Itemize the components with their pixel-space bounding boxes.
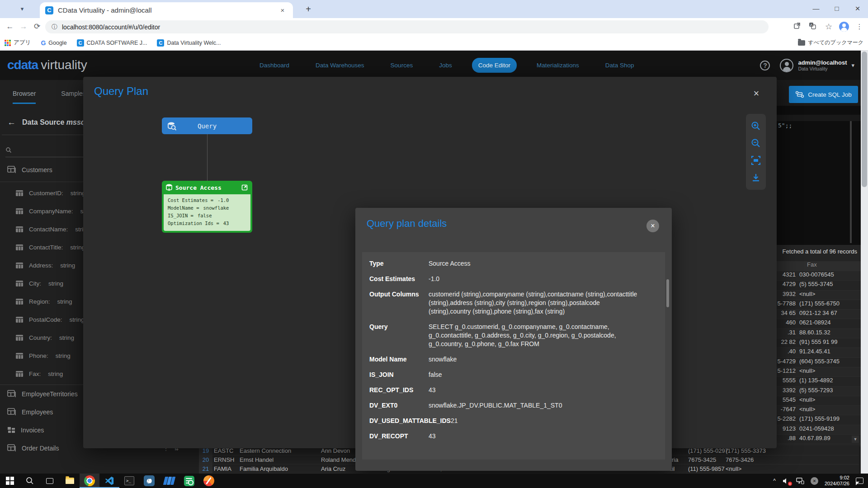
external-link-icon[interactable] [241,184,248,191]
notification-center-icon[interactable] [856,478,863,484]
editor-scrollbar[interactable] [850,121,852,243]
address-bar[interactable]: ⓘ localhost:8080/account/#/u/0/editor [45,20,769,33]
column-grid-icon [15,208,24,215]
help-icon[interactable]: ? [760,61,770,70]
tray-status-icon[interactable]: × [811,477,818,485]
bookmark-apps[interactable]: アプリ [5,39,31,47]
source-access-node-label: Source Access [175,184,222,191]
user-menu[interactable]: admin@localhost Data Virtuality ▾ [780,59,854,72]
orange-app-button[interactable] [199,474,219,488]
new-tab-button[interactable]: + [302,4,315,15]
file-explorer-icon [66,478,74,484]
site-info-icon[interactable]: ⓘ [52,23,57,31]
download-icon[interactable] [751,173,761,183]
all-bookmarks-button[interactable]: すべてのブックマーク [798,39,863,47]
sql-tool-button[interactable] [179,474,199,488]
vscode-taskbar-button[interactable] [99,474,119,488]
zoom-out-icon[interactable] [751,138,761,148]
bookmark-star-icon[interactable]: ☆ [824,22,834,32]
browser-tab[interactable]: C CData Virtuality - admin@locall × [40,2,293,18]
plan-node-source-access[interactable]: Source Access Cost Estimates =-1.0 Model… [162,181,252,233]
details-title: Query plan details [367,218,447,230]
prop-key: ModelName = [168,205,199,211]
task-view-button[interactable] [40,474,60,488]
tab-close-icon[interactable]: × [278,5,288,15]
details-label: Query [369,323,429,348]
details-label: REC_OPT_IDS [369,386,429,394]
screen: ▾ C CData Virtuality - admin@locall × + … [0,0,868,488]
taskbar-clock[interactable]: 9:02 2024/07/26 [825,475,849,487]
bookmark-label: CDATA SOFTWARE J... [87,40,147,46]
column-type: string [60,262,75,269]
bookmark-google[interactable]: G Google [41,39,66,47]
clock-time: 9:02 [825,475,849,481]
create-sql-job-button[interactable]: Create SQL Job [789,86,858,103]
column-name: ContactTitle: [29,244,63,251]
plan-node-query[interactable]: Query [162,117,252,134]
reload-icon[interactable]: ⟳ [31,20,43,33]
sidebar-tab-browser[interactable]: Browser [13,90,36,104]
postgres-taskbar-button[interactable] [139,474,159,488]
table-icon [7,390,16,398]
open-in-new-icon[interactable] [793,22,803,32]
window-minimize-button[interactable]: — [806,0,826,18]
fetched-records-label: Fetched a total of 96 records [783,248,857,255]
chrome-icon [84,475,95,486]
back-arrow-icon[interactable]: ← [7,117,16,127]
forward-icon[interactable]: → [17,20,30,33]
zoom-in-icon[interactable] [751,121,761,131]
nav-materializations[interactable]: Materializations [530,58,585,73]
window-close-button[interactable]: × [847,0,868,18]
translate-icon[interactable]: A [808,22,818,32]
fit-to-screen-icon[interactable] [751,155,761,165]
details-close-button[interactable]: × [646,220,659,232]
bookmark-data-virtuality[interactable]: C Data Virtuality Welc... [157,39,221,47]
fax-column-header[interactable]: Fax [807,261,817,268]
details-label: Output Columns [369,290,429,316]
search-icon [5,147,12,153]
start-button[interactable] [0,474,20,488]
nav-data-shop[interactable]: Data Shop [599,58,641,73]
volume-muted-icon[interactable]: x [782,478,790,484]
chrome-taskbar-button[interactable] [80,474,99,488]
nav-sources[interactable]: Sources [384,58,420,73]
customerid-cell: FAMIA [212,465,240,472]
nav-data-warehouses[interactable]: Data Warehouses [309,58,371,73]
sidebar-tab-samples[interactable]: Samples [61,90,85,104]
column-type: string [57,298,72,305]
tray-chevron-up-icon[interactable]: ^ [773,478,776,484]
page-scrollbar[interactable] [861,51,868,474]
back-icon[interactable]: ← [4,20,16,33]
virtuality-app-button[interactable] [159,474,179,488]
browser-toolbar: ← → ⟳ ⓘ localhost:8080/account/#/u/0/edi… [0,18,868,35]
table-scroll-down-icon[interactable]: ▼ [852,436,859,443]
tab-search-chevron-icon[interactable]: ▾ [16,4,28,14]
profile-avatar-icon[interactable] [839,22,849,32]
file-explorer-button[interactable] [60,474,80,488]
command-prompt-button[interactable]: >_ [119,474,139,488]
network-icon[interactable] [796,478,804,484]
datasource-label: Data Source [22,118,64,126]
nav-dashboard[interactable]: Dashboard [253,58,296,73]
system-tray: ^ x × 9:02 2024/07/26 [773,475,868,487]
column-type: string [59,334,74,341]
bookmark-cdata-software[interactable]: C CDATA SOFTWARE J... [77,39,147,47]
fax-cell: (171) 555-3373 [726,447,778,454]
page-scrollbar-thumb[interactable] [862,52,867,187]
nav-code-editor[interactable]: Code Editor [472,58,517,73]
details-scrollbar-thumb[interactable] [666,279,669,307]
browser-menu-kebab-icon[interactable]: ⋮ [854,22,864,32]
taskbar-search-button[interactable] [20,474,40,488]
tab-title: CData Virtuality - admin@locall [58,6,278,14]
query-plan-close-icon[interactable]: × [751,89,761,99]
database-search-icon [166,122,177,131]
plan-edge [207,134,208,181]
browser-tabstrip: ▾ C CData Virtuality - admin@locall × + … [0,0,868,18]
node-prop-line: Optimization Ids =43 [168,221,246,226]
column-name: Region: [29,298,50,305]
nav-jobs[interactable]: Jobs [433,58,458,73]
column-type: string [48,371,63,377]
cdata-favicon-icon: C [45,6,53,14]
window-maximize-button[interactable]: □ [826,0,847,18]
details-row: Cost Estimates -1.0 [369,275,658,283]
